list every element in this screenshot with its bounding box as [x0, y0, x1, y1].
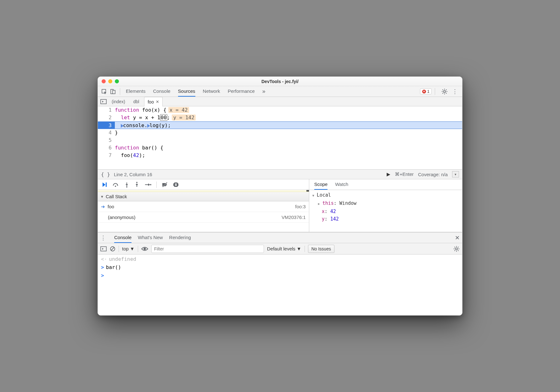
input-prompt-icon: >	[101, 264, 104, 270]
filter-input[interactable]	[151, 245, 264, 253]
svg-line-34	[455, 247, 455, 247]
console-sidebar-icon[interactable]	[100, 246, 107, 252]
return-prompt-icon: <·	[101, 256, 107, 262]
error-count-badge[interactable]: ✕ 1	[420, 88, 432, 94]
resume-icon[interactable]	[102, 182, 107, 188]
pause-on-exceptions-icon[interactable]	[173, 182, 179, 188]
line-number[interactable]: 4	[98, 129, 115, 137]
run-snippet-icon[interactable]: ▶	[387, 171, 390, 177]
call-stack-frame[interactable]: (anonymous) VM20376:1	[98, 212, 309, 223]
close-drawer-icon[interactable]: ✕	[455, 234, 460, 241]
clear-console-icon[interactable]	[110, 246, 115, 252]
navigator-toggle-icon[interactable]	[100, 99, 107, 104]
line-number[interactable]: 2	[98, 114, 115, 121]
console-settings-icon[interactable]	[453, 246, 460, 252]
close-tab-icon[interactable]: ✕	[156, 99, 159, 104]
svg-line-27	[111, 247, 114, 250]
svg-point-29	[456, 248, 457, 249]
editor-status-bar: { } Line 2, Column 16 ▶ ⌘+Enter Coverage…	[98, 169, 462, 179]
drawer-tab-whatsnew[interactable]: What's New	[138, 232, 163, 243]
svg-rect-23	[175, 183, 176, 186]
svg-line-37	[458, 247, 458, 247]
inline-value-hint: y = 142	[172, 115, 195, 120]
debugger-toolbar	[98, 179, 309, 190]
tab-performance[interactable]: Performance	[228, 86, 255, 97]
device-toolbar-icon[interactable]	[109, 88, 117, 95]
file-tab-foo[interactable]: foo ✕	[144, 97, 162, 106]
tab-scope[interactable]: Scope	[314, 179, 328, 190]
run-snippet-hint: ⌘+Enter	[395, 171, 414, 177]
window-titlebar: DevTools - jec.fyi/	[98, 77, 462, 86]
drawer-tab-console[interactable]: Console	[114, 232, 132, 243]
line-number[interactable]: 6	[98, 144, 115, 152]
tab-watch[interactable]: Watch	[335, 179, 348, 190]
tab-elements[interactable]: Elements	[126, 86, 146, 97]
console-filter[interactable]	[151, 245, 264, 253]
svg-line-35	[458, 250, 458, 251]
expand-icon: ▼	[100, 195, 104, 199]
context-selector[interactable]: top ▼	[122, 246, 135, 251]
expand-icon[interactable]: ▶	[318, 200, 321, 208]
console-command: bar()	[106, 264, 121, 270]
window-title: DevTools - jec.fyi/	[98, 79, 462, 84]
call-stack-header[interactable]: ▼ Call Stack	[98, 192, 309, 201]
file-tab-bar: (index) dbl foo ✕	[98, 97, 462, 106]
current-frame-icon: ➔	[101, 204, 105, 210]
line-number[interactable]: 3	[98, 122, 115, 129]
drawer-tab-rendering[interactable]: Rendering	[169, 232, 191, 243]
debugger-pane: ▼ Call Stack ➔ foo foo:3 (anonymous) VM2…	[98, 179, 462, 232]
svg-line-36	[455, 250, 455, 251]
drawer-tab-bar: ⋮ Console What's New Rendering ✕	[98, 232, 462, 243]
sidebar-toggle-icon[interactable]: ▾	[452, 171, 459, 177]
inline-value-hint: x = 42	[168, 107, 189, 113]
svg-point-20	[150, 184, 151, 185]
drawer: ⋮ Console What's New Rendering ✕ top ▼ D…	[98, 232, 462, 280]
console-output[interactable]: <·undefined >bar() >	[98, 255, 462, 280]
svg-rect-2	[113, 90, 115, 94]
drawer-more-icon[interactable]: ⋮	[100, 234, 106, 241]
svg-line-11	[446, 89, 446, 90]
step-icon[interactable]	[144, 182, 151, 188]
execution-line: 3 console.log(y);	[98, 121, 462, 129]
console-return-value: undefined	[109, 256, 136, 262]
step-out-icon[interactable]	[134, 182, 139, 188]
step-over-icon[interactable]	[112, 182, 119, 188]
input-prompt-icon[interactable]: >	[101, 272, 104, 278]
devtools-window: DevTools - jec.fyi/ Elements Console Sou…	[98, 76, 462, 316]
svg-point-18	[136, 182, 137, 183]
chevron-down-icon: ▼	[297, 246, 301, 251]
cursor-position: Line 2, Column 16	[114, 172, 152, 177]
tab-console[interactable]: Console	[153, 86, 171, 97]
step-into-icon[interactable]	[124, 182, 129, 188]
file-tab-dbl[interactable]: dbl	[130, 97, 143, 106]
svg-line-9	[446, 93, 446, 93]
file-tab-index[interactable]: (index)	[109, 97, 128, 106]
expand-icon[interactable]: ▼	[312, 192, 316, 199]
error-count: 1	[427, 89, 429, 94]
log-levels-selector[interactable]: Default levels ▼	[267, 246, 301, 251]
tab-sources[interactable]: Sources	[178, 86, 195, 97]
line-number[interactable]: 1	[98, 106, 115, 114]
paused-overlay	[98, 190, 309, 192]
coverage-status: Coverage: n/a	[418, 172, 448, 177]
line-number[interactable]: 5	[98, 137, 115, 144]
settings-icon[interactable]	[441, 88, 448, 95]
svg-rect-13	[106, 182, 107, 187]
scope-variables: ▼Local ▶this: Window x: 42 y: 142	[309, 190, 462, 232]
inspect-element-icon[interactable]	[100, 88, 108, 95]
pretty-print-icon[interactable]: { }	[101, 171, 110, 177]
more-options-icon[interactable]: ⋮	[452, 88, 458, 95]
line-number[interactable]: 7	[98, 152, 115, 159]
scope-section-label: Local	[317, 192, 331, 198]
source-editor[interactable]: 1 function foo(x) {x = 42 2 let y = x + …	[98, 106, 462, 169]
issues-button[interactable]: No Issues	[308, 245, 334, 253]
live-expression-icon[interactable]	[141, 247, 148, 251]
error-icon: ✕	[422, 90, 426, 93]
tab-network[interactable]: Network	[203, 86, 220, 97]
panel-tab-bar: Elements Console Sources Network Perform…	[98, 86, 462, 97]
call-stack-frame[interactable]: ➔ foo foo:3	[98, 201, 309, 212]
more-tabs-icon[interactable]: »	[262, 88, 266, 95]
deactivate-breakpoints-icon[interactable]	[162, 182, 168, 188]
scope-tab-bar: Scope Watch	[309, 179, 462, 190]
svg-rect-24	[176, 183, 177, 186]
